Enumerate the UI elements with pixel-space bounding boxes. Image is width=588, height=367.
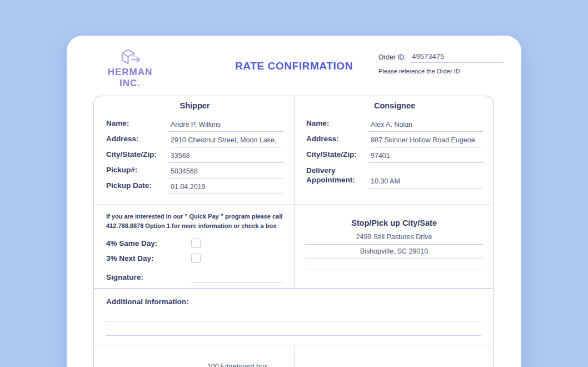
additional-info-label: Additional Information: bbox=[106, 297, 481, 306]
consignee-name-row: Name: Alex A. Nolan bbox=[306, 116, 483, 132]
consignee-name-label: Name: bbox=[306, 119, 369, 132]
signature-row: Signature: bbox=[106, 266, 282, 282]
order-id-label: Order ID: bbox=[378, 53, 406, 63]
consignee-address-row: Address: 987 Skinner Hollow Road Eugene bbox=[306, 132, 483, 147]
next-day-label: 3% Next Day: bbox=[106, 254, 191, 262]
consignee-citystatezip-input[interactable]: 97401 bbox=[369, 152, 483, 163]
consignee-delivery-appointment-input[interactable]: 10.30 AM bbox=[369, 177, 483, 189]
stop-pickup-column: Stop/Pick up City/Sate 2499 Still Pastur… bbox=[295, 205, 493, 288]
quick-pay-column: If you are interested in our " Quick Pay… bbox=[94, 205, 295, 288]
shipper-pickup-number-row: Pickup#: 5834568 bbox=[106, 163, 283, 178]
rate-confirmation-document: HERMAN INC. RATE CONFIRMATION Order ID: … bbox=[67, 36, 521, 367]
shipper-heading: Shipper bbox=[106, 101, 283, 110]
shipper-citystatezip-label: City/State/Zip: bbox=[106, 150, 169, 163]
shipper-pickup-number-label: Pickup#: bbox=[106, 166, 169, 178]
shipper-citystatezip-row: City/State/Zip: 33568 bbox=[106, 147, 283, 163]
shipper-pickup-number-input[interactable]: 5834568 bbox=[169, 167, 283, 178]
stop-pickup-heading: Stop/Pick up City/Sate bbox=[305, 219, 483, 227]
consignee-delivery-appointment-label: Delivery Appointment: bbox=[306, 166, 369, 189]
additional-info-line-1[interactable] bbox=[106, 307, 481, 321]
consignee-address-label: Address: bbox=[306, 135, 369, 147]
shipper-pickup-date-label: Pickup Date: bbox=[106, 181, 169, 194]
shipper-address-label: Address: bbox=[106, 135, 169, 147]
shipper-pickup-date-input[interactable]: 01.04.2019 bbox=[169, 183, 283, 194]
signature-label: Signature: bbox=[106, 273, 191, 282]
next-day-row: 3% Next Day: bbox=[106, 251, 289, 266]
quick-pay-notice: If you are interested in our " Quick Pay… bbox=[106, 212, 285, 230]
shipper-address-input[interactable]: 2910 Chestnut Street, Moon Lake, bbox=[169, 136, 283, 147]
signature-input[interactable] bbox=[191, 271, 282, 282]
additional-info-line-2[interactable] bbox=[106, 321, 481, 336]
shipper-pickup-date-row: Pickup Date: 01.04.2019 bbox=[106, 178, 283, 194]
commodity-input[interactable]: 100 Fibreboard box bbox=[191, 363, 283, 367]
page-background: HERMAN INC. RATE CONFIRMATION Order ID: … bbox=[0, 0, 588, 367]
shipper-name-row: Name: Andre P. Wilkins bbox=[106, 116, 283, 132]
same-day-label: 4% Same Day: bbox=[106, 239, 191, 247]
commodity-column: Commodity: 100 Fibreboard box bbox=[94, 345, 295, 367]
shipper-name-label: Name: bbox=[106, 119, 169, 132]
shipper-address-row: Address: 2910 Chestnut Street, Moon Lake… bbox=[106, 132, 283, 147]
shipper-citystatezip-input[interactable]: 33568 bbox=[169, 152, 283, 163]
consignee-citystatezip-label: City/State/Zip: bbox=[306, 150, 369, 163]
quickpay-stop-section: If you are interested in our " Quick Pay… bbox=[94, 205, 493, 289]
stop-pickup-line-2[interactable]: Bishopville, SC 29010 bbox=[305, 247, 483, 259]
consignee-heading: Consignee bbox=[306, 101, 483, 110]
consignee-delivery-appointment-row: Delivery Appointment: 10.30 AM bbox=[306, 163, 483, 189]
tarp-column: TARP REQUIRED Yes No bbox=[295, 345, 493, 367]
rate-confirmation-form: Shipper Name: Andre P. Wilkins Address: … bbox=[93, 96, 494, 367]
stop-pickup-line-1[interactable]: 2499 Still Pastures Drive bbox=[305, 233, 483, 245]
additional-info-section: Additional Information: bbox=[94, 289, 493, 345]
order-id-hint: Please reference the Order ID bbox=[378, 68, 504, 75]
next-day-checkbox[interactable] bbox=[191, 254, 201, 263]
shipper-column: Shipper Name: Andre P. Wilkins Address: … bbox=[94, 96, 295, 205]
consignee-address-input[interactable]: 987 Skinner Hollow Road Eugene bbox=[369, 136, 483, 147]
shipper-name-input[interactable]: Andre P. Wilkins bbox=[169, 121, 283, 132]
consignee-citystatezip-row: City/State/Zip: 97401 bbox=[306, 147, 483, 163]
same-day-row: 4% Same Day: bbox=[106, 236, 289, 251]
order-id-block: Order ID: 49573475 Please reference the … bbox=[378, 52, 504, 75]
commodity-tarp-section: Commodity: 100 Fibreboard box TARP REQUI… bbox=[94, 345, 493, 367]
order-id-input[interactable]: 49573475 bbox=[410, 52, 504, 63]
stop-pickup-line-3[interactable] bbox=[305, 262, 483, 270]
consignee-column: Consignee Name: Alex A. Nolan Address: 9… bbox=[295, 96, 493, 205]
shipper-consignee-section: Shipper Name: Andre P. Wilkins Address: … bbox=[94, 96, 493, 205]
same-day-checkbox[interactable] bbox=[191, 239, 201, 248]
consignee-name-input[interactable]: Alex A. Nolan bbox=[369, 121, 483, 132]
